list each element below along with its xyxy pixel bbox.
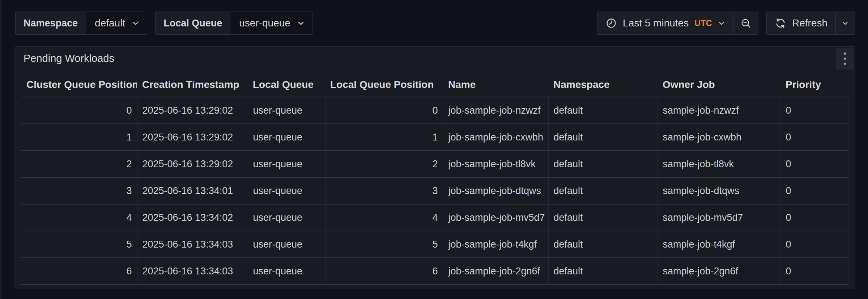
table-cell: sample-job-2gn6f	[658, 258, 780, 285]
table-cell: 0	[780, 124, 848, 151]
table-cell: 0	[780, 151, 848, 177]
variable-namespace-value: default	[95, 17, 125, 29]
table-row: 32025-06-16 13:34:01user-queue3job-sampl…	[21, 177, 848, 204]
table-cell: 3	[325, 177, 443, 204]
table-cell: 0	[21, 97, 137, 124]
table-cell: sample-job-cxwbh	[658, 124, 780, 151]
chevron-down-icon	[297, 19, 305, 27]
workloads-table: Cluster Queue Position Creation Timestam…	[15, 70, 855, 285]
table-cell: 0	[780, 258, 848, 285]
table-cell: sample-job-tl8vk	[658, 151, 780, 177]
table-cell: 5	[325, 231, 443, 258]
table-row: 02025-06-16 13:29:02user-queue0job-sampl…	[21, 97, 848, 124]
dashboard-toolbar: Namespace default Local Queue user-queue	[15, 12, 855, 35]
table-cell: job-sample-job-t4kgf	[443, 231, 548, 258]
table-cell: sample-job-mv5d7	[658, 204, 780, 231]
table-cell: job-sample-job-tl8vk	[443, 151, 548, 177]
panel-header: Pending Workloads	[15, 47, 855, 70]
table-cell: default	[548, 124, 658, 151]
table-cell: job-sample-job-nzwzf	[443, 97, 548, 124]
table-cell: job-sample-job-cxwbh	[443, 124, 548, 151]
table-row: 22025-06-16 13:29:02user-queue2job-sampl…	[21, 151, 848, 177]
time-range-button[interactable]: Last 5 minutes UTC	[597, 12, 733, 34]
table-row: 42025-06-16 13:34:02user-queue4job-sampl…	[21, 204, 848, 231]
refresh-interval-dropdown[interactable]	[835, 12, 855, 34]
variable-local-queue-label: Local Queue	[156, 12, 230, 34]
grafana-dashboard: Namespace default Local Queue user-queue	[0, 0, 868, 299]
table-row: 12025-06-16 13:29:02user-queue1job-sampl…	[21, 124, 848, 151]
variable-local-queue-value: user-queue	[239, 17, 290, 29]
table-cell: 0	[780, 177, 848, 204]
table-cell: 2025-06-16 13:34:02	[137, 204, 248, 231]
table-cell: 2025-06-16 13:29:02	[137, 97, 248, 124]
table-cell: 2025-06-16 13:34:03	[137, 231, 248, 258]
chevron-down-icon	[132, 19, 140, 27]
panel-title: Pending Workloads	[24, 52, 114, 64]
table-cell: 2	[21, 151, 137, 177]
column-header-name[interactable]: Name	[443, 73, 548, 97]
table-cell: 0	[780, 97, 848, 124]
refresh-label: Refresh	[792, 17, 827, 29]
variable-namespace-select[interactable]: default	[86, 12, 147, 34]
table-cell: 2025-06-16 13:29:02	[137, 151, 248, 177]
table-cell: user-queue	[248, 231, 325, 258]
zoom-out-button[interactable]	[733, 12, 758, 34]
table-cell: 1	[21, 124, 137, 151]
table-cell: 0	[325, 97, 443, 124]
table-cell: default	[548, 258, 658, 285]
time-range-label: Last 5 minutes	[623, 17, 689, 29]
table-cell: 4	[21, 204, 137, 231]
table-cell: user-queue	[248, 204, 325, 231]
table-row: 62025-06-16 13:34:03user-queue6job-sampl…	[21, 258, 848, 285]
column-header-cluster-queue-position[interactable]: Cluster Queue Position	[21, 73, 137, 97]
variable-local-queue: Local Queue user-queue	[155, 12, 312, 35]
refresh-group: Refresh	[766, 12, 855, 35]
zoom-out-icon	[740, 17, 752, 29]
table-row: 52025-06-16 13:34:03user-queue5job-sampl…	[21, 231, 848, 258]
table-cell: user-queue	[248, 124, 325, 151]
table-cell: 3	[21, 177, 137, 204]
table-cell: 1	[325, 124, 443, 151]
table-cell: sample-job-nzwzf	[658, 97, 780, 124]
refresh-icon	[775, 17, 786, 29]
column-header-local-queue[interactable]: Local Queue	[248, 73, 325, 97]
table-cell: default	[548, 231, 658, 258]
column-header-creation-timestamp[interactable]: Creation Timestamp	[137, 73, 248, 97]
table-cell: sample-job-dtqws	[658, 177, 780, 204]
pending-workloads-panel: Pending Workloads Cluster Queue Position	[14, 46, 855, 289]
table-header-row: Cluster Queue Position Creation Timestam…	[21, 73, 848, 97]
table-cell: 5	[21, 231, 137, 258]
panel-menu-button[interactable]	[836, 48, 854, 70]
table-cell: 6	[21, 258, 137, 285]
table-cell: 0	[780, 204, 848, 231]
table-cell: user-queue	[248, 177, 325, 204]
time-picker-group: Last 5 minutes UTC	[597, 12, 758, 35]
table-cell: default	[548, 151, 658, 177]
table-cell: job-sample-job-dtqws	[443, 177, 548, 204]
table-cell: user-queue	[248, 97, 325, 124]
refresh-button[interactable]: Refresh	[767, 12, 835, 34]
window-left-edge	[0, 0, 1, 299]
table-cell: job-sample-job-mv5d7	[443, 204, 548, 231]
timezone-badge: UTC	[694, 18, 712, 28]
clock-icon	[605, 17, 617, 29]
table-cell: 2	[325, 151, 443, 177]
table-cell: user-queue	[248, 258, 325, 285]
toolbar-spacer	[320, 12, 589, 35]
column-header-priority[interactable]: Priority	[780, 73, 848, 97]
column-header-owner-job[interactable]: Owner Job	[658, 73, 780, 97]
table-cell: user-queue	[248, 151, 325, 177]
table-cell: job-sample-job-2gn6f	[443, 258, 548, 285]
table-cell: 2025-06-16 13:34:03	[137, 258, 248, 285]
table-cell: 6	[325, 258, 443, 285]
table-cell: 2025-06-16 13:34:01	[137, 177, 248, 204]
table-cell: sample-job-t4kgf	[658, 231, 780, 258]
column-header-local-queue-position[interactable]: Local Queue Position	[325, 73, 443, 97]
chevron-down-icon	[842, 20, 849, 27]
chevron-down-icon	[718, 20, 725, 27]
table-cell: default	[548, 97, 658, 124]
column-header-namespace[interactable]: Namespace	[548, 73, 658, 97]
variable-namespace-label: Namespace	[16, 12, 86, 34]
variable-local-queue-select[interactable]: user-queue	[230, 12, 312, 34]
table-cell: default	[548, 177, 658, 204]
